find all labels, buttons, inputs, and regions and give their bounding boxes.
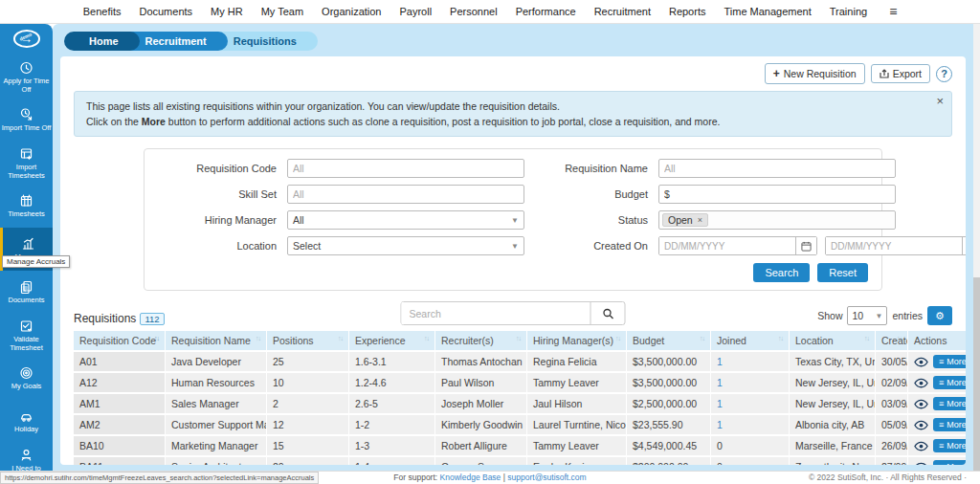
column-header-positions[interactable]: ↑↓Positions xyxy=(267,331,349,350)
cell-budget: $2,500,000.00 xyxy=(627,394,711,413)
cell-code: BA11 xyxy=(74,457,166,465)
eye-icon[interactable] xyxy=(914,399,928,409)
location-select[interactable]: Select ▼ xyxy=(287,236,524,255)
joined-count-link[interactable]: 1 xyxy=(717,377,723,388)
sidebar-item-label: Timesheets xyxy=(8,210,45,219)
top-navigation: BenefitsDocumentsMy HRMy TeamOrganizatio… xyxy=(83,4,898,19)
nav-item-personnel[interactable]: Personnel xyxy=(450,6,498,17)
close-icon[interactable]: × xyxy=(936,94,944,108)
sidebar-item-import-time-off[interactable]: Import Time Off xyxy=(0,99,53,142)
nav-item-my-hr[interactable]: My HR xyxy=(211,6,243,17)
scrollbar-thumb[interactable] xyxy=(973,277,980,471)
search-button[interactable]: Search xyxy=(753,263,810,282)
nav-item-organization[interactable]: Organization xyxy=(322,6,381,17)
column-header-actions[interactable]: ↑↓Actions xyxy=(908,331,966,350)
gear-icon[interactable]: ⚙ xyxy=(927,306,952,325)
nav-item-time-management[interactable]: Time Management xyxy=(724,6,811,17)
status-field[interactable]: Open × xyxy=(658,210,896,230)
created-on-from-input[interactable] xyxy=(659,237,795,254)
joined-count-link[interactable]: 1 xyxy=(717,398,723,409)
sidebar-item-apply-for-time-off[interactable]: Apply for Time Off xyxy=(0,55,53,99)
sidebar-item-validate-timesheet[interactable]: Validate Timesheet xyxy=(0,314,53,357)
cell-actions: ≡More xyxy=(908,394,966,413)
calendar-icon[interactable] xyxy=(962,237,966,254)
sort-icon: ↑↓ xyxy=(424,335,429,341)
cell-positions: 10 xyxy=(267,373,349,392)
more-button[interactable]: ≡More xyxy=(933,439,966,452)
cell-experience: 1-3 xyxy=(349,436,435,455)
column-header-hiring-manager-s-[interactable]: ↑↓Hiring Manager(s) xyxy=(527,331,627,350)
list-title: Requisitions 112 xyxy=(74,312,165,325)
column-header-location[interactable]: ↑↓Location xyxy=(790,331,876,350)
help-icon[interactable]: ? xyxy=(936,66,952,82)
skill-set-input[interactable] xyxy=(287,185,524,204)
eye-icon[interactable] xyxy=(914,462,928,466)
remove-tag-icon[interactable]: × xyxy=(698,215,702,225)
nav-item-documents[interactable]: Documents xyxy=(139,6,192,17)
nav-item-benefits[interactable]: Benefits xyxy=(83,6,122,17)
column-header-requisition-name[interactable]: ↑↓Requisition Name xyxy=(166,331,267,350)
cell-positions: 25 xyxy=(267,352,349,371)
menu-icon: ≡ xyxy=(939,441,944,451)
table-search-input[interactable] xyxy=(402,302,590,324)
eye-icon[interactable] xyxy=(914,357,928,367)
cell-experience: 1.6-3.1 xyxy=(349,352,435,371)
column-header-budget[interactable]: ↑↓Budget xyxy=(627,331,711,350)
nav-item-performance[interactable]: Performance xyxy=(516,6,576,17)
cell-experience: 1-4 xyxy=(349,457,435,465)
search-icon[interactable] xyxy=(590,302,625,324)
nav-item-my-team[interactable]: My Team xyxy=(261,6,303,17)
created-on-to-input[interactable] xyxy=(826,237,962,254)
eye-icon[interactable] xyxy=(914,378,928,388)
requisition-code-input[interactable] xyxy=(287,159,524,178)
reset-button[interactable]: Reset xyxy=(817,263,868,282)
more-button[interactable]: ≡More xyxy=(933,418,966,431)
status-tag-open: Open × xyxy=(662,213,708,227)
column-header-created[interactable]: ↑↓Created xyxy=(876,331,908,350)
nav-item-training[interactable]: Training xyxy=(830,6,867,17)
cell-positions: 15 xyxy=(267,436,349,455)
joined-count-link[interactable]: 1 xyxy=(717,419,723,430)
skill-set-label: Skill Set xyxy=(158,188,282,200)
cell-code: A01 xyxy=(74,352,166,371)
column-header-requisition-code[interactable]: ↑↓Requisition Code xyxy=(74,331,166,350)
calendar-icon[interactable] xyxy=(795,237,816,254)
column-header-joined[interactable]: ↑↓Joined xyxy=(711,331,790,350)
more-button[interactable]: ≡More xyxy=(933,460,966,465)
cell-joined: 1 xyxy=(711,415,790,434)
support-email-link[interactable]: support@sutisoft.com xyxy=(507,473,586,482)
export-button[interactable]: Export xyxy=(871,64,930,83)
vertical-scrollbar[interactable] xyxy=(973,24,980,484)
sidebar-item-holiday[interactable]: Holiday xyxy=(0,400,53,443)
eye-icon[interactable] xyxy=(914,420,928,430)
sidebar-item-label: Import Timesheets xyxy=(1,164,52,180)
column-header-experience[interactable]: ↑↓Experience xyxy=(349,331,435,350)
hiring-manager-label: Hiring Manager xyxy=(158,214,282,226)
sidebar-item-import-timesheets[interactable]: Import Timesheets xyxy=(0,142,53,185)
hamburger-icon[interactable]: ≡ xyxy=(889,4,897,19)
cell-recruiters: Robert Alligure xyxy=(435,436,527,455)
sidebar-item-my-goals[interactable]: My Goals xyxy=(0,357,53,400)
budget-input[interactable] xyxy=(658,185,896,204)
more-button[interactable]: ≡More xyxy=(933,376,966,389)
column-header-recruiter-s-[interactable]: ↑↓Recruiter(s) xyxy=(435,331,527,350)
sidebar-item-documents[interactable]: Documents xyxy=(0,271,53,314)
new-requisition-button[interactable]: + New Requisition xyxy=(765,63,865,84)
cell-budget: $200,000.00 xyxy=(627,457,711,465)
more-button[interactable]: ≡More xyxy=(933,397,966,410)
nav-item-recruitment[interactable]: Recruitment xyxy=(594,6,651,17)
main-area: Home Recruitment Requisitions + New Requ… xyxy=(53,24,973,471)
tab-home[interactable]: Home xyxy=(64,32,140,51)
hiring-manager-select[interactable]: All ▼ xyxy=(287,210,524,230)
page-size-select[interactable]: 10 ▼ xyxy=(847,306,887,325)
sidebar-item-label: Import Time Off xyxy=(2,124,52,133)
nav-item-payroll[interactable]: Payroll xyxy=(399,6,432,17)
nav-item-reports[interactable]: Reports xyxy=(669,6,706,17)
more-button[interactable]: ≡More xyxy=(933,355,966,368)
joined-count-link[interactable]: 1 xyxy=(717,356,723,367)
eye-icon[interactable] xyxy=(914,441,928,451)
sidebar-item-timesheets[interactable]: Timesheets xyxy=(0,185,53,228)
knowledge-base-link[interactable]: Knowledge Base xyxy=(440,473,501,482)
requisition-name-input[interactable] xyxy=(658,159,896,178)
app-logo[interactable]: demo → xyxy=(13,30,40,48)
